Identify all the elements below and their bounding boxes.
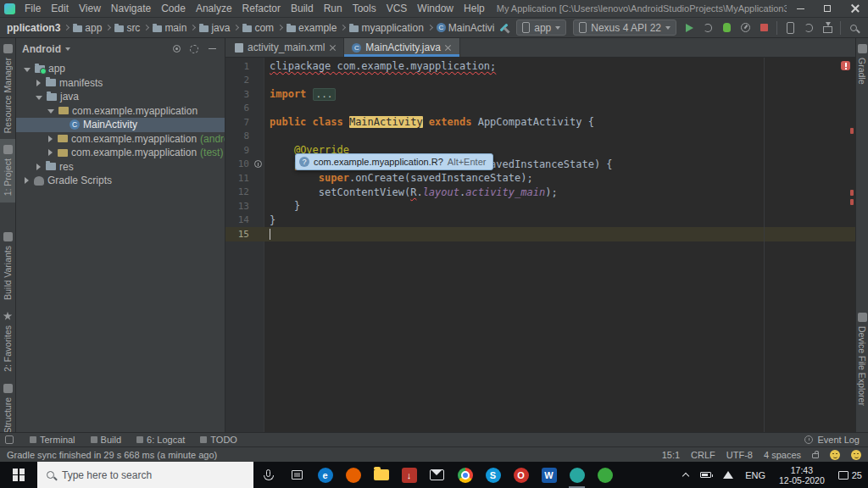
build-project-button[interactable]	[494, 19, 513, 36]
tool-stripe-gradle[interactable]: Gradle	[856, 38, 868, 91]
event-log-button[interactable]: Event Log	[804, 435, 863, 445]
error-stripe-mark[interactable]	[850, 128, 854, 134]
search-everywhere-button[interactable]	[844, 19, 863, 36]
close-button[interactable]	[841, 0, 868, 17]
code-line-2[interactable]: 2	[225, 74, 855, 88]
menu-build[interactable]: Build	[286, 0, 319, 17]
tree-item-com-example-myapplication[interactable]: com.example.myapplication	[16, 104, 225, 119]
menu-file[interactable]: File	[19, 0, 46, 17]
menu-analyze[interactable]: Analyze	[191, 0, 237, 17]
tree-item-manifests[interactable]: manifests	[16, 76, 225, 91]
override-marker-icon[interactable]	[254, 160, 262, 168]
breadcrumb-main[interactable]: main	[151, 22, 188, 34]
line-separator[interactable]: CRLF	[691, 450, 715, 460]
breadcrumb-java[interactable]: java	[198, 22, 231, 34]
action-center-button[interactable]: 25	[832, 462, 868, 488]
indent-setting[interactable]: 4 spaces	[764, 450, 801, 460]
tool-stripe-7-structure[interactable]: 7: Structure	[0, 378, 15, 432]
taskbar-opera[interactable]: O	[507, 462, 535, 488]
taskbar-word[interactable]: W	[535, 462, 563, 488]
taskbar-idm[interactable]: ↓	[395, 462, 423, 488]
start-button[interactable]	[0, 462, 37, 488]
taskbar-mail[interactable]	[423, 462, 451, 488]
tree-item-java[interactable]: java	[16, 90, 225, 104]
device-manager-button[interactable]	[781, 19, 799, 36]
locate-file-button[interactable]	[170, 42, 183, 56]
battery-status[interactable]	[694, 462, 717, 488]
tool-stripe-device-file-explorer[interactable]: Device File Explorer	[856, 307, 868, 412]
microphone-button[interactable]	[253, 462, 282, 488]
tree-item-com-example-myapplication-androidtest[interactable]: com.example.myapplication (androidTest)	[16, 132, 225, 147]
menu-vcs[interactable]: VCS	[381, 0, 413, 17]
task-view-button[interactable]	[282, 462, 311, 488]
menu-navigate[interactable]: Navigate	[106, 0, 156, 17]
toolwindow-todo[interactable]: TODO	[192, 435, 245, 445]
breadcrumb-src[interactable]: src	[113, 22, 142, 34]
project-settings-button[interactable]	[187, 42, 201, 56]
menu-code[interactable]: Code	[156, 0, 191, 17]
menu-tools[interactable]: Tools	[348, 0, 381, 17]
breadcrumb-app[interactable]: app	[71, 22, 103, 34]
taskbar-skype[interactable]: S	[479, 462, 507, 488]
code-line-12[interactable]: 12 setContentView(R.layout.activity_main…	[225, 186, 855, 200]
taskbar-edge[interactable]: e	[311, 462, 339, 488]
taskbar-firefox[interactable]	[339, 462, 367, 488]
tray-expand-button[interactable]	[677, 462, 694, 488]
sdk-manager-button[interactable]	[818, 19, 837, 36]
code-line-7[interactable]: 7public class MainActivity extends AppCo…	[225, 115, 855, 130]
file-encoding[interactable]: UTF-8	[726, 450, 753, 460]
network-status[interactable]	[717, 462, 739, 488]
taskbar-camera[interactable]	[591, 462, 619, 488]
menu-window[interactable]: Window	[412, 0, 459, 17]
taskbar-search-box[interactable]: Type here to search	[37, 462, 253, 488]
mood-smiley-icon[interactable]	[851, 450, 861, 460]
taskbar-file-explorer[interactable]	[367, 462, 395, 488]
profile-button[interactable]	[736, 19, 754, 36]
hide-panel-button[interactable]	[205, 42, 219, 56]
tab-activity-main-xml[interactable]: activity_main.xml	[227, 38, 344, 57]
taskbar-android-studio[interactable]	[563, 462, 591, 488]
close-tab-icon[interactable]	[445, 44, 452, 51]
tree-item-com-example-myapplication-test[interactable]: com.example.myapplication (test)	[16, 146, 225, 160]
code-line-3[interactable]: 3import ...	[225, 87, 855, 102]
run-configuration-select[interactable]: app	[516, 19, 566, 36]
menu-help[interactable]: Help	[459, 0, 490, 17]
tool-stripe-build-variants[interactable]: Build Variants	[0, 226, 15, 306]
stop-button[interactable]	[754, 19, 773, 36]
toolwindow-switcher-icon[interactable]	[5, 435, 14, 444]
toolwindow-6-logcat[interactable]: 6: Logcat	[129, 435, 192, 445]
breadcrumb-example[interactable]: example	[285, 22, 338, 34]
status-message[interactable]: Gradle sync finished in 29 s 668 ms (a m…	[7, 450, 217, 460]
taskbar-chrome[interactable]	[451, 462, 479, 488]
maximize-button[interactable]	[814, 0, 841, 17]
code-line-1[interactable]: 1clipackage com.example.myapplication;	[225, 59, 855, 74]
code-editor[interactable]: 1clipackage com.example.myapplication;23…	[225, 58, 855, 432]
run-button[interactable]	[680, 19, 698, 36]
code-line-14[interactable]: 14}	[225, 214, 855, 228]
tree-item-mainactivity[interactable]: MainActivity	[16, 118, 225, 132]
breadcrumb-pplication3[interactable]: pplication3	[5, 22, 62, 34]
tab-mainactivity-java[interactable]: MainActivity.java	[344, 38, 459, 57]
device-select[interactable]: Nexus 4 API 22	[573, 19, 676, 36]
tree-item-res[interactable]: res	[16, 160, 225, 175]
tree-item-app[interactable]: app	[16, 62, 225, 76]
project-view-selector[interactable]: Android	[22, 43, 61, 55]
menu-refactor[interactable]: Refactor	[237, 0, 286, 17]
code-line-11[interactable]: 11 super.onCreate(savedInstanceState);	[225, 171, 855, 186]
readonly-lock-icon[interactable]	[812, 453, 819, 458]
minimize-button[interactable]	[787, 0, 814, 17]
feedback-smiley-icon[interactable]	[830, 450, 840, 460]
tool-stripe-resource-manager[interactable]: Resource Manager	[0, 38, 15, 139]
language-indicator[interactable]: ENG	[739, 462, 771, 488]
tool-stripe-2-favorites[interactable]: 2: Favorites	[0, 306, 15, 378]
menu-edit[interactable]: Edit	[46, 0, 74, 17]
code-line-8[interactable]: 8	[225, 130, 855, 144]
breadcrumb-myapplication[interactable]: myapplication	[348, 22, 425, 34]
caret-position[interactable]: 15:1	[662, 450, 680, 460]
error-stripe-mark[interactable]	[850, 190, 854, 196]
toolwindow-terminal[interactable]: Terminal	[22, 435, 83, 445]
taskbar-clock[interactable]: 17:43 12-05-2020	[771, 465, 832, 485]
sync-gradle-button[interactable]	[799, 19, 818, 36]
tool-stripe-1-project[interactable]: 1: Project	[0, 139, 15, 202]
debug-button[interactable]	[717, 19, 736, 36]
